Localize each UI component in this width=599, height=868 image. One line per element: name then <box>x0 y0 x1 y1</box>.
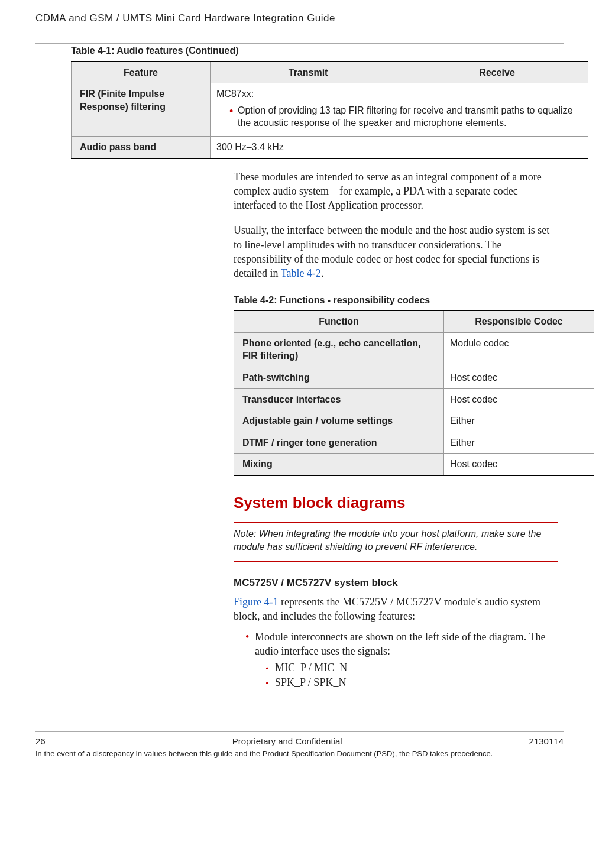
figure-4-1-link[interactable]: Figure 4-1 <box>234 596 279 608</box>
codec-path: Host codec <box>444 367 594 388</box>
func-trans: Transducer interfaces <box>234 388 444 410</box>
page-number: 26 <box>35 736 46 747</box>
table-row: DTMF / ringer tone generation Either <box>234 432 594 454</box>
bullet-module-interconnects: Module interconnects are shown on the le… <box>245 630 558 689</box>
col-transmit: Transmit <box>211 61 406 83</box>
codec-dtmf: Either <box>444 432 594 454</box>
row-fir-feature: FIR (Finite Impulse Response) filtering <box>72 83 211 137</box>
table-4-2-link[interactable]: Table 4-2 <box>281 267 321 279</box>
row-passband-feature: Audio pass band <box>72 136 211 158</box>
signal-mic: MIC_P / MIC_N <box>265 660 558 675</box>
func-mix: Mixing <box>234 454 444 475</box>
col-codec: Responsible Codec <box>444 310 594 332</box>
table-4-2: Function Responsible Codec Phone oriente… <box>234 310 594 476</box>
codec-phone: Module codec <box>444 332 594 367</box>
table-row: Path-switching Host codec <box>234 367 594 388</box>
func-phone: Phone oriented (e.g., echo cancellation,… <box>234 332 444 367</box>
row-passband-value: 300 Hz–3.4 kHz <box>211 136 588 158</box>
figure-4-1-text: represents the MC5725V / MC5727V module'… <box>234 596 540 622</box>
col-feature: Feature <box>72 61 211 83</box>
footer-center: Proprietary and Confidential <box>232 736 342 747</box>
fir-line1: MC87xx: <box>216 89 254 99</box>
footer-right: 2130114 <box>529 736 564 747</box>
func-dtmf: DTMF / ringer tone generation <box>234 432 444 454</box>
paragraph-2b: . <box>321 267 324 279</box>
col-function: Function <box>234 310 444 332</box>
heading-mc5725v: MC5725V / MC5727V system block <box>234 576 558 590</box>
table-row: Adjustable gain / volume settings Either <box>234 410 594 432</box>
table-4-1: Feature Transmit Receive FIR (Finite Imp… <box>71 61 588 159</box>
func-path: Path-switching <box>234 367 444 388</box>
table-row: Transducer interfaces Host codec <box>234 388 594 410</box>
col-receive: Receive <box>406 61 588 83</box>
rule-top <box>234 522 558 523</box>
codec-gain: Either <box>444 410 594 432</box>
func-gain: Adjustable gain / volume settings <box>234 410 444 432</box>
table-4-1-title: Table 4-1: Audio features (Continued) <box>71 44 564 57</box>
table-4-2-title: Table 4-2: Functions - responsibility co… <box>234 294 558 307</box>
table-row: Mixing Host codec <box>234 454 594 475</box>
bullet-module-text: Module interconnects are shown on the le… <box>255 631 546 657</box>
footer-note: In the event of a discrepancy in values … <box>35 749 564 759</box>
rule-bottom <box>234 561 558 562</box>
note-shielding: Note: When integrating the module into y… <box>234 527 558 553</box>
signal-spk: SPK_P / SPK_N <box>265 675 558 689</box>
page-footer: 26 Proprietary and Confidential 2130114 <box>35 736 564 747</box>
row-fir-value: MC87xx: Option of providing 13 tap FIR f… <box>211 83 588 137</box>
paragraph-1: These modules are intended to serve as a… <box>234 170 558 213</box>
table-row: Audio pass band 300 Hz–3.4 kHz <box>72 136 588 158</box>
table-row: FIR (Finite Impulse Response) filtering … <box>72 83 588 137</box>
page-header: CDMA and GSM / UMTS Mini Card Hardware I… <box>35 12 564 25</box>
figure-intro: Figure 4-1 represents the MC5725V / MC57… <box>234 595 558 624</box>
codec-mix: Host codec <box>444 454 594 475</box>
paragraph-2: Usually, the interface between the modul… <box>234 223 558 280</box>
table-row: Phone oriented (e.g., echo cancellation,… <box>234 332 594 367</box>
fir-bullet: Option of providing 13 tap FIR filtering… <box>229 104 582 129</box>
heading-system-block: System block diagrams <box>234 493 558 513</box>
codec-trans: Host codec <box>444 388 594 410</box>
footer-rule <box>35 731 564 732</box>
